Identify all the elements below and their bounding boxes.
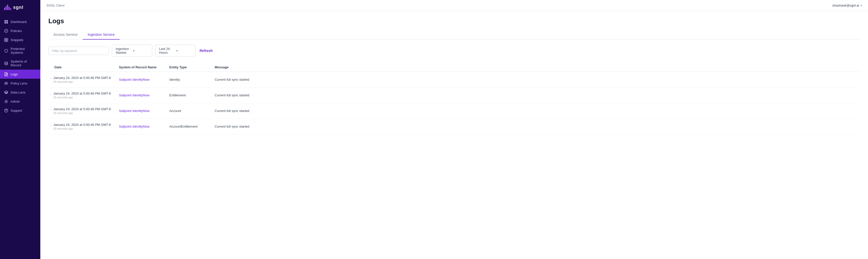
filters-row: Ingestion Started ▾ Last 24 Hours ▾ Refr… (49, 45, 860, 57)
entity-type-cell-1: Entitlement (169, 87, 215, 103)
app-name: SGNL Client (46, 3, 64, 7)
sidebar-item-label-protected-systems: Protected Systems (10, 47, 36, 55)
layers-icon (4, 90, 8, 94)
date-info-3: January 24, 2024 at 5:00:46 PM GMT-8 20 … (54, 123, 111, 130)
entity-type-cell-0: Identity (169, 72, 215, 87)
sidebar-item-label-snippets: Snippets (10, 38, 24, 42)
sidebar-item-label-systems-of-record: Systems of Record (10, 59, 36, 67)
svg-rect-0 (4, 20, 6, 22)
col-header-sor-name: System of Record Name (119, 63, 169, 72)
user-email: shashank@sgnl.ai (833, 3, 859, 7)
date-secondary-1: 20 seconds ago (54, 96, 111, 99)
check-circle-icon (4, 29, 8, 33)
message-cell-2: Current full sync started (215, 103, 860, 119)
eye-icon (4, 81, 8, 85)
keyword-input[interactable] (52, 49, 105, 53)
sidebar-item-label-admin: Admin (10, 99, 20, 104)
sidebar-item-policy-lens[interactable]: Policy Lens (0, 79, 40, 88)
svg-rect-7 (4, 40, 6, 41)
table-row: › January 24, 2024 at 5:00:46 PM GMT-8 2… (49, 72, 860, 87)
logo-bar-3 (7, 4, 8, 10)
sidebar-item-protected-systems[interactable]: Protected Systems (0, 45, 40, 57)
log-table-body: › January 24, 2024 at 5:00:46 PM GMT-8 2… (49, 72, 860, 135)
sidebar-item-label-logs: Logs (10, 73, 18, 76)
sor-name-cell-1: Sailpoint IdentityNow (119, 87, 169, 103)
sor-name-cell-3: Sailpoint IdentityNow (119, 119, 169, 135)
sor-name-cell-2: Sailpoint IdentityNow (119, 103, 169, 119)
date-info-2: January 24, 2024 at 5:00:46 PM GMT-8 20 … (54, 107, 111, 115)
help-circle-icon (4, 109, 8, 113)
table-row: › January 24, 2024 at 5:00:46 PM GMT-8 2… (49, 87, 860, 103)
svg-point-11 (5, 83, 6, 84)
sidebar-item-systems-of-record[interactable]: Systems of Record (0, 57, 40, 69)
sidebar-item-dashboard[interactable]: Dashboard (0, 17, 40, 26)
topbar: SGNL Client shashank@sgnl.ai ▾ (40, 0, 868, 11)
sor-name-cell-0: Sailpoint IdentityNow (119, 72, 169, 87)
date-secondary-3: 20 seconds ago (54, 127, 111, 130)
table-row: › January 24, 2024 at 5:00:46 PM GMT-8 2… (49, 103, 860, 119)
time-filter-label: Last 24 Hours (159, 47, 174, 55)
sor-link-3[interactable]: Sailpoint IdentityNow (119, 124, 149, 128)
sidebar-item-policies[interactable]: Policies (0, 26, 40, 35)
sidebar-item-label-support: Support (10, 109, 22, 113)
logo-text: sgnl (13, 5, 24, 10)
svg-point-9 (4, 62, 7, 63)
page-body: Logs Access Service Ingestion Service In… (40, 11, 868, 259)
sidebar-nav: Dashboard Policies Snippets (0, 15, 40, 259)
svg-rect-1 (6, 20, 8, 22)
row-expand-icon-2[interactable]: › (51, 108, 52, 111)
logo-bar-4 (8, 6, 9, 10)
svg-rect-6 (6, 38, 8, 39)
time-filter-caret: ▾ (176, 49, 192, 53)
date-info-0: January 24, 2024 at 5:00:46 PM GMT-8 20 … (54, 76, 111, 83)
database-icon (4, 61, 8, 65)
table-row: › January 24, 2024 at 5:00:46 PM GMT-8 2… (49, 119, 860, 135)
ingestion-filter-label: Ingestion Started (116, 47, 131, 55)
date-primary-0: January 24, 2024 at 5:00:46 PM GMT-8 (54, 76, 111, 80)
table-header-row: Date System of Record Name Entity Type M… (49, 63, 860, 72)
ingestion-filter-dropdown[interactable]: Ingestion Started ▾ (112, 45, 152, 57)
user-menu[interactable]: shashank@sgnl.ai ▾ (833, 3, 862, 7)
log-table: Date System of Record Name Entity Type M… (49, 63, 860, 135)
logo-bar-5 (10, 8, 11, 10)
sidebar-item-label-data-lens: Data Lens (10, 90, 26, 94)
message-cell-1: Current full sync started (215, 87, 860, 103)
logo-bar-1 (4, 7, 5, 10)
shield-icon (4, 49, 8, 53)
date-primary-3: January 24, 2024 at 5:00:46 PM GMT-8 (54, 123, 111, 126)
logo: sgnl (0, 0, 40, 15)
sor-link-0[interactable]: Sailpoint IdentityNow (119, 78, 149, 82)
chevron-down-icon: ▾ (861, 4, 862, 7)
svg-point-12 (5, 101, 7, 102)
svg-rect-5 (4, 38, 6, 39)
sidebar-item-label-dashboard: Dashboard (10, 20, 27, 24)
tabs-bar: Access Service Ingestion Service (49, 30, 860, 39)
sor-link-1[interactable]: Sailpoint IdentityNow (119, 93, 149, 97)
col-header-date: Date (49, 63, 119, 72)
logo-bar-2 (5, 6, 6, 10)
sor-link-2[interactable]: Sailpoint IdentityNow (119, 109, 149, 113)
tab-ingestion-service[interactable]: Ingestion Service (83, 30, 120, 39)
date-info-1: January 24, 2024 at 5:00:46 PM GMT-8 20 … (54, 91, 111, 99)
file-text-icon (4, 72, 8, 76)
row-expand-icon-1[interactable]: › (51, 92, 52, 95)
date-cell-3: › January 24, 2024 at 5:00:46 PM GMT-8 2… (49, 119, 119, 135)
time-filter-dropdown[interactable]: Last 24 Hours ▾ (155, 45, 195, 57)
date-primary-1: January 24, 2024 at 5:00:46 PM GMT-8 (54, 91, 111, 95)
entity-type-cell-3: AccountEntitlement (169, 119, 215, 135)
sidebar: sgnl Dashboard Policies (0, 0, 40, 259)
sidebar-item-logs[interactable]: Logs (0, 69, 40, 79)
keyword-filter[interactable] (49, 47, 109, 55)
sidebar-item-snippets[interactable]: Snippets (0, 35, 40, 45)
main-content: SGNL Client shashank@sgnl.ai ▾ Logs Acce… (40, 0, 868, 259)
row-expand-icon-3[interactable]: › (51, 123, 52, 126)
sidebar-item-support[interactable]: Support (0, 106, 40, 115)
svg-rect-2 (4, 22, 6, 24)
refresh-button[interactable]: Refresh (198, 47, 214, 55)
sidebar-item-data-lens[interactable]: Data Lens (0, 88, 40, 97)
tab-access-service[interactable]: Access Service (49, 30, 83, 39)
entity-type-cell-2: Account (169, 103, 215, 119)
sidebar-item-admin[interactable]: Admin (0, 97, 40, 106)
page-title: Logs (49, 17, 860, 25)
row-expand-icon-0[interactable]: › (51, 77, 52, 80)
